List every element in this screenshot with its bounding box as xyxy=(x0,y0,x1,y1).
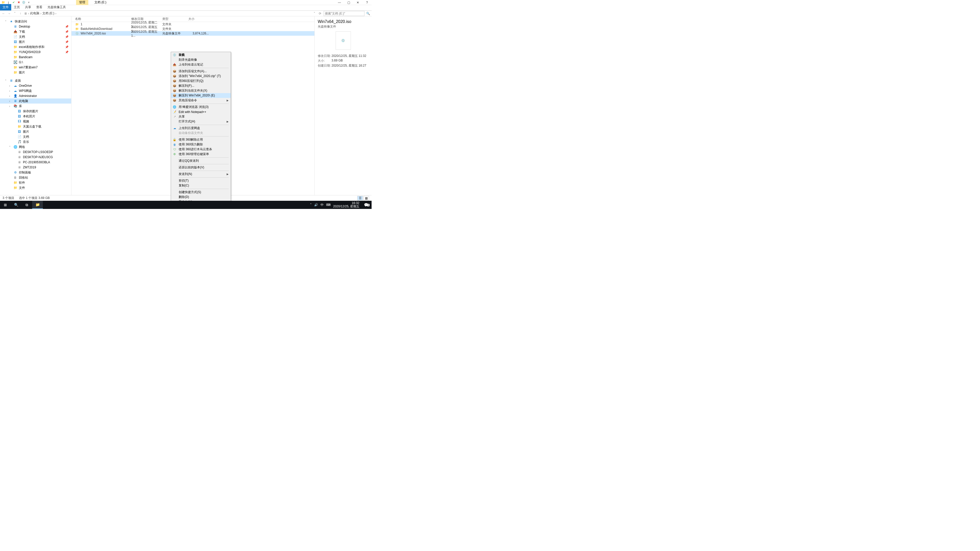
menu-item[interactable]: 📦解压到当前文件夹(X) xyxy=(171,88,231,93)
tree-item[interactable]: 🖥PC-20190530OBLA xyxy=(0,160,71,165)
list-row[interactable]: 💿Win7x64_2020.iso2020/12/25, 星期五 1...光盘映… xyxy=(72,31,314,36)
nav-back-button[interactable]: ← xyxy=(2,12,6,15)
search-input[interactable] xyxy=(324,11,364,16)
expand-icon[interactable]: ˅ xyxy=(5,20,8,23)
tree-item[interactable]: 🎞视频 xyxy=(0,119,71,124)
menu-item[interactable]: 📤上传到有道云笔记 xyxy=(171,62,231,67)
tree-item[interactable]: 📁YUNQISHI2019📌 xyxy=(0,49,71,55)
help-icon[interactable]: ? xyxy=(363,1,371,4)
expand-icon[interactable]: › xyxy=(9,95,12,97)
menu-item[interactable]: 复制(C) xyxy=(171,183,231,188)
thumbnails-view-icon[interactable]: ▦ xyxy=(363,196,369,200)
menu-item[interactable]: 📦添加到压缩文件(A)... xyxy=(171,69,231,74)
tree-item[interactable]: 📁天翼云盘下载 xyxy=(0,124,71,129)
menu-item[interactable]: 🌐用 蜂蜜浏览器 浏览(3) xyxy=(171,105,231,110)
tree-item[interactable]: ⚙控制面板 xyxy=(0,170,71,175)
context-ribbon-tab[interactable]: 管理 xyxy=(76,0,88,5)
explorer-taskbar-icon[interactable]: 📁 xyxy=(32,201,43,209)
menu-item[interactable]: 创建快捷方式(S) xyxy=(171,190,231,195)
breadcrumb-root[interactable]: 此电脑 xyxy=(30,11,39,16)
ribbon-tab-home[interactable]: 主页 xyxy=(11,4,22,11)
tree-quick-access[interactable]: ˅ ★ 快速访问 xyxy=(0,19,71,24)
tree-item[interactable]: ›☁OneDrive xyxy=(0,83,71,88)
task-view-button[interactable]: ⧉ xyxy=(21,201,32,209)
menu-item[interactable]: 🔓使用 360解除占用 xyxy=(171,137,231,142)
menu-item[interactable]: 发送到(N)▶ xyxy=(171,171,231,176)
list-row[interactable]: 📁BaiduNetdiskDownload2020/12/25, 星期五 1..… xyxy=(72,27,314,31)
nav-up-button[interactable]: ↑ xyxy=(18,12,22,15)
menu-item[interactable]: 💿装载 xyxy=(171,52,231,57)
menu-item[interactable]: 刻录光盘映像 xyxy=(171,57,231,62)
list-row[interactable]: 📁12020/12/15, 星期二 1...文件夹 xyxy=(72,22,314,27)
tree-item[interactable]: 📁文件 xyxy=(0,185,71,190)
menu-item[interactable]: ↗共享 xyxy=(171,114,231,119)
breadcrumb-folder[interactable]: 文档 (E:) xyxy=(42,11,54,16)
menu-item[interactable]: 📦解压到(F)... xyxy=(171,83,231,88)
refresh-icon[interactable]: ⟳ xyxy=(318,12,322,15)
history-dropdown-icon[interactable]: ˅ xyxy=(13,12,17,15)
tree-item[interactable]: 🎵音乐 xyxy=(0,139,71,144)
tree-item[interactable]: 📁Bandicam xyxy=(0,55,71,60)
tree-item[interactable]: 🖼本机照片 xyxy=(0,114,71,119)
tree-item[interactable]: 🖥ZMT2019 xyxy=(0,165,71,170)
expand-icon[interactable]: › xyxy=(9,105,12,108)
minimize-button[interactable]: — xyxy=(336,1,343,4)
search-button[interactable]: 🔍 xyxy=(11,201,21,209)
menu-item[interactable]: ☁上传到百度网盘 xyxy=(171,126,231,130)
column-size[interactable]: 大小 xyxy=(188,17,209,21)
menu-item[interactable]: 删除(D) xyxy=(171,195,231,200)
tree-item[interactable]: 🖥DESKTOP-NJEU3CG xyxy=(0,155,71,160)
expand-icon[interactable]: ˅ xyxy=(5,79,8,82)
ribbon-tab-view[interactable]: 查看 xyxy=(34,4,45,11)
breadcrumb[interactable]: 🖥 › 此电脑 › 文档 (E:) › xyxy=(24,11,311,16)
tree-item[interactable]: 🗑回收站 xyxy=(0,175,71,180)
tree-item[interactable]: 🖼保存的图片 xyxy=(0,109,71,114)
menu-item[interactable]: 📦解压到 Win7x64_2020\ (E) xyxy=(171,93,231,98)
column-name[interactable]: 名称 xyxy=(75,17,131,21)
tree-desktop-root[interactable]: ˅ 🖥 桌面 xyxy=(0,78,71,83)
tree-item[interactable]: 📁软件 xyxy=(0,180,71,185)
tree-item[interactable]: 🖼图片 xyxy=(0,129,71,134)
address-dropdown-icon[interactable]: ˅ xyxy=(312,12,317,15)
tree-item[interactable]: 📁excel表格制作求和📌 xyxy=(0,44,71,49)
tree-item[interactable]: 💽G:\ xyxy=(0,60,71,65)
tree-network[interactable]: ˅ 🌐 网络 xyxy=(0,144,71,149)
menu-item[interactable]: 📦其他压缩命令▶ xyxy=(171,98,231,103)
tree-item[interactable]: 📄文档 xyxy=(0,134,71,139)
ribbon-tab-iso-tools[interactable]: 光盘映像工具 xyxy=(45,4,68,11)
expand-icon[interactable]: › xyxy=(9,89,12,92)
tree-item[interactable]: 🖥Desktop📌 xyxy=(0,24,71,29)
column-type[interactable]: 类型 xyxy=(162,17,188,21)
keyboard-icon[interactable]: ⌨ xyxy=(326,203,331,206)
menu-item[interactable]: 还原以前的版本(V) xyxy=(171,165,231,170)
ribbon-tab-file[interactable]: 文件 xyxy=(0,4,11,11)
action-center-icon[interactable]: 💬3 xyxy=(362,203,370,207)
details-view-icon[interactable]: ☰ xyxy=(357,196,363,200)
menu-item[interactable]: 🛡使用 360进行木马云查杀 xyxy=(171,147,231,152)
tree-item[interactable]: 📁win7重装win7 xyxy=(0,65,71,70)
expand-icon[interactable]: › xyxy=(9,100,12,103)
menu-item[interactable]: 📝Edit with Notepad++ xyxy=(171,110,231,114)
ribbon-tab-share[interactable]: 共享 xyxy=(22,4,34,11)
menu-item[interactable]: ⚙使用 360管理右键菜单 xyxy=(171,152,231,157)
tree-item[interactable]: 🖼图片📌 xyxy=(0,39,71,44)
clock[interactable]: 16:32 2020/12/25, 星期五 xyxy=(333,202,360,208)
menu-item[interactable]: 📦添加到 "Win7x64_2020.zip" (T) xyxy=(171,74,231,79)
tree-item[interactable]: ›👤Administrator xyxy=(0,94,71,98)
volume-icon[interactable]: 🔊 xyxy=(314,203,318,206)
tree-item[interactable]: ›☁WPS网盘 xyxy=(0,88,71,94)
maximize-button[interactable]: ▢ xyxy=(345,1,352,4)
menu-item[interactable]: 打开方式(H)▶ xyxy=(171,119,231,124)
close-button[interactable]: ✕ xyxy=(354,1,361,4)
expand-icon[interactable]: ˅ xyxy=(9,146,12,148)
navigation-tree[interactable]: ˅ ★ 快速访问 🖥Desktop📌📥下载📌📄文档📌🖼图片📌📁excel表格制作… xyxy=(0,16,72,195)
menu-item[interactable]: 剪切(T) xyxy=(171,178,231,183)
ime-indicator[interactable]: 中 xyxy=(321,203,324,207)
menu-item[interactable]: 🗑使用 360强力删除 xyxy=(171,142,231,147)
menu-item[interactable]: 通过QQ发送到 xyxy=(171,159,231,163)
tree-item[interactable]: ›📚库 xyxy=(0,103,71,109)
tree-item[interactable]: 📄文档📌 xyxy=(0,34,71,39)
nav-forward-button[interactable]: → xyxy=(7,12,11,15)
search-icon[interactable]: 🔍 xyxy=(366,12,370,15)
tray-overflow-icon[interactable]: ˄ xyxy=(310,203,312,206)
